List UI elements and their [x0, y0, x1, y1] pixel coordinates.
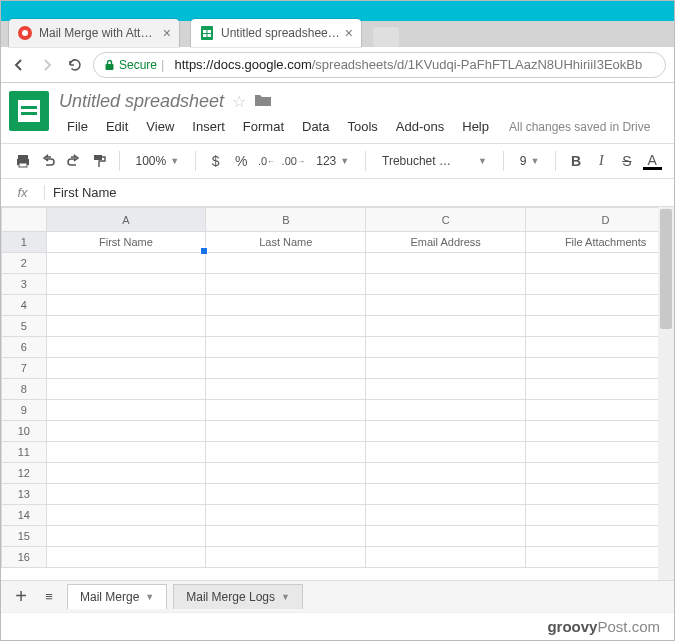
cell[interactable]: File Attachments: [526, 232, 674, 253]
cell[interactable]: [46, 379, 206, 400]
cell[interactable]: [526, 358, 674, 379]
cell[interactable]: [46, 463, 206, 484]
decrease-decimal-button[interactable]: .0←: [257, 150, 276, 172]
row-header[interactable]: 4: [2, 295, 47, 316]
row-header[interactable]: 14: [2, 505, 47, 526]
cell[interactable]: [46, 400, 206, 421]
menu-addons[interactable]: Add-ons: [388, 116, 452, 137]
cell[interactable]: [366, 358, 526, 379]
spreadsheet-grid[interactable]: ABCD 1First NameLast NameEmail AddressFi…: [1, 207, 674, 568]
chevron-down-icon[interactable]: ▼: [145, 592, 154, 602]
cell[interactable]: [526, 316, 674, 337]
cell[interactable]: [366, 274, 526, 295]
redo-icon[interactable]: [64, 150, 83, 172]
row-header[interactable]: 2: [2, 253, 47, 274]
cell[interactable]: [46, 505, 206, 526]
row-header[interactable]: 3: [2, 274, 47, 295]
font-size-dropdown[interactable]: 9▼: [514, 149, 546, 173]
currency-button[interactable]: $: [206, 150, 225, 172]
cell[interactable]: [366, 379, 526, 400]
cell[interactable]: [206, 316, 366, 337]
star-icon[interactable]: ☆: [232, 92, 246, 111]
all-sheets-button[interactable]: ≡: [39, 587, 59, 607]
cell[interactable]: [46, 484, 206, 505]
zoom-dropdown[interactable]: 100%▼: [130, 149, 186, 173]
cell[interactable]: [46, 442, 206, 463]
cell[interactable]: [366, 253, 526, 274]
formula-input[interactable]: First Name: [45, 185, 674, 200]
select-all-corner[interactable]: [2, 208, 47, 232]
cell[interactable]: [206, 442, 366, 463]
row-header[interactable]: 12: [2, 463, 47, 484]
cell[interactable]: [46, 274, 206, 295]
cell[interactable]: [206, 526, 366, 547]
reload-button[interactable]: [65, 55, 85, 75]
cell[interactable]: [46, 295, 206, 316]
cell[interactable]: [46, 316, 206, 337]
cell[interactable]: [206, 358, 366, 379]
cell[interactable]: [526, 253, 674, 274]
column-header[interactable]: A: [46, 208, 206, 232]
cell[interactable]: [366, 421, 526, 442]
row-header[interactable]: 13: [2, 484, 47, 505]
percent-button[interactable]: %: [231, 150, 250, 172]
cell[interactable]: [526, 274, 674, 295]
menu-file[interactable]: File: [59, 116, 96, 137]
forward-button[interactable]: [37, 55, 57, 75]
menu-view[interactable]: View: [138, 116, 182, 137]
cell[interactable]: [366, 337, 526, 358]
cell[interactable]: [46, 253, 206, 274]
cell[interactable]: [206, 421, 366, 442]
chevron-down-icon[interactable]: ▼: [281, 592, 290, 602]
cell[interactable]: [366, 316, 526, 337]
cell[interactable]: [206, 337, 366, 358]
menu-format[interactable]: Format: [235, 116, 292, 137]
row-header[interactable]: 16: [2, 547, 47, 568]
cell[interactable]: [526, 400, 674, 421]
cell[interactable]: [526, 421, 674, 442]
sheet-tab[interactable]: Mail Merge▼: [67, 584, 167, 609]
cell[interactable]: [206, 484, 366, 505]
add-sheet-button[interactable]: +: [11, 587, 31, 607]
cell[interactable]: [46, 358, 206, 379]
cell[interactable]: [526, 505, 674, 526]
browser-tab[interactable]: Untitled spreadsheet - G ×: [191, 19, 361, 47]
sheets-logo-icon[interactable]: [9, 91, 49, 131]
row-header[interactable]: 5: [2, 316, 47, 337]
strike-button[interactable]: S: [617, 150, 636, 172]
cell[interactable]: [366, 505, 526, 526]
cell[interactable]: [526, 442, 674, 463]
cell[interactable]: [46, 421, 206, 442]
cell[interactable]: [366, 526, 526, 547]
menu-help[interactable]: Help: [454, 116, 497, 137]
cell[interactable]: [526, 295, 674, 316]
cell[interactable]: [526, 484, 674, 505]
bold-button[interactable]: B: [566, 150, 585, 172]
folder-icon[interactable]: [254, 93, 272, 111]
column-header[interactable]: D: [526, 208, 674, 232]
browser-tab[interactable]: Mail Merge with Attachm ×: [9, 19, 179, 47]
close-icon[interactable]: ×: [163, 25, 171, 41]
cell[interactable]: [366, 295, 526, 316]
row-header[interactable]: 11: [2, 442, 47, 463]
back-button[interactable]: [9, 55, 29, 75]
row-header[interactable]: 7: [2, 358, 47, 379]
cell[interactable]: [366, 442, 526, 463]
cell[interactable]: [46, 526, 206, 547]
paint-format-icon[interactable]: [89, 150, 108, 172]
cell[interactable]: Last Name: [206, 232, 366, 253]
number-format-dropdown[interactable]: 123▼: [310, 149, 355, 173]
cell[interactable]: [366, 484, 526, 505]
cell[interactable]: [206, 547, 366, 568]
menu-data[interactable]: Data: [294, 116, 337, 137]
cell[interactable]: [46, 337, 206, 358]
column-header[interactable]: B: [206, 208, 366, 232]
row-header[interactable]: 10: [2, 421, 47, 442]
cell[interactable]: [206, 295, 366, 316]
cell[interactable]: First Name: [46, 232, 206, 253]
cell[interactable]: [206, 379, 366, 400]
menu-edit[interactable]: Edit: [98, 116, 136, 137]
undo-icon[interactable]: [38, 150, 57, 172]
cell[interactable]: [366, 463, 526, 484]
font-dropdown[interactable]: Trebuchet …▼: [376, 149, 493, 173]
